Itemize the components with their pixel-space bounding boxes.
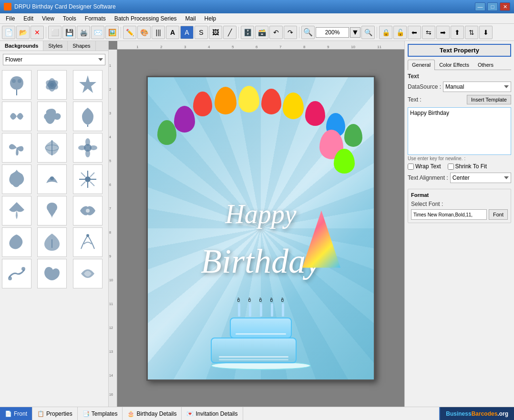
text-button[interactable]: A	[166, 26, 179, 39]
menu-view[interactable]: View	[38, 14, 58, 23]
db2-button[interactable]: 🗃️	[255, 26, 268, 39]
font-value-input[interactable]	[411, 209, 487, 220]
menu-help[interactable]: Help	[201, 14, 220, 23]
canvas-area: 1 2 3 4 5 6 7 8 9 10 11 1 2 3 4 5 6	[109, 41, 404, 407]
tab-others[interactable]: Others	[473, 60, 498, 70]
shape-item[interactable]	[2, 164, 31, 194]
close-button[interactable]: ✕	[500, 2, 510, 11]
property-tabs: General Color Effects Others	[408, 60, 511, 70]
tab-styles[interactable]: Styles	[43, 41, 68, 51]
shape-item[interactable]	[73, 102, 103, 131]
shape-item[interactable]	[73, 196, 103, 225]
image-button[interactable]: 🖼️	[105, 26, 119, 39]
shape-item[interactable]	[73, 70, 103, 100]
menu-mail[interactable]: Mail	[182, 14, 200, 23]
shape-item[interactable]	[73, 133, 103, 163]
alignment-dropdown[interactable]: Left Center Right Justify	[450, 173, 511, 183]
category-selector: Flower Animals Nature Abstract Borders	[3, 54, 105, 65]
tab-birthday-details[interactable]: 🎂 Birthday Details	[123, 407, 182, 420]
tab-shapes[interactable]: Shapes	[68, 41, 95, 51]
tab-birthday-details-label: Birthday Details	[136, 410, 176, 417]
tab-front-label: Front	[14, 410, 27, 417]
menu-edit[interactable]: Edit	[20, 14, 37, 23]
shape-item[interactable]	[2, 133, 31, 163]
flip-button[interactable]: ⇅	[465, 26, 478, 39]
main-layout: Backgrounds Styles Shapes Flower Animals…	[0, 41, 514, 407]
tab-general[interactable]: General	[408, 60, 435, 70]
svg-point-16	[8, 277, 12, 280]
tab-color-effects[interactable]: Color Effects	[435, 60, 473, 70]
minimize-button[interactable]: —	[475, 2, 485, 11]
zoom-out-button[interactable]: 🔍	[361, 26, 375, 39]
redo-button[interactable]: ↷	[284, 26, 297, 39]
shape-item[interactable]	[73, 259, 103, 288]
tab-properties[interactable]: 📋 Properties	[32, 407, 78, 420]
up-button[interactable]: ⬆	[451, 26, 464, 39]
category-dropdown[interactable]: Flower Animals Nature Abstract Borders	[3, 54, 105, 65]
shape-item[interactable]	[37, 133, 67, 163]
maximize-button[interactable]: □	[487, 2, 498, 11]
left-button[interactable]: ⬅	[408, 26, 421, 39]
shape-item[interactable]	[37, 227, 67, 257]
save-button[interactable]: 💾	[62, 26, 76, 39]
zoom-control: ▼	[316, 27, 360, 38]
pen-button[interactable]: ✏️	[123, 26, 136, 39]
menu-batch[interactable]: Batch Processing Series	[111, 14, 181, 23]
lock-button[interactable]: 🔒	[379, 26, 392, 39]
color-button[interactable]: 🎨	[137, 26, 151, 39]
menu-tools[interactable]: Tools	[59, 14, 80, 23]
font-button[interactable]: Font	[489, 209, 508, 220]
tab-backgrounds[interactable]: Backgrounds	[0, 41, 43, 51]
shape-item[interactable]	[2, 227, 31, 257]
zoom-dropdown-button[interactable]: ▼	[350, 27, 360, 38]
panel-tabs: Backgrounds Styles Shapes	[0, 41, 108, 51]
zoom-input[interactable]	[316, 27, 349, 38]
menu-file[interactable]: File	[2, 14, 19, 23]
print-button[interactable]: 🖨️	[77, 26, 90, 39]
text2-button[interactable]: A	[180, 26, 194, 39]
shape-item[interactable]	[37, 70, 67, 100]
svg-point-8	[85, 138, 90, 146]
insert-template-button[interactable]: Insert Template	[467, 95, 511, 104]
new-button[interactable]: 📄	[2, 26, 15, 39]
shape-item[interactable]	[2, 259, 31, 288]
curved-button[interactable]: S	[195, 26, 208, 39]
line-button[interactable]: ╱	[223, 26, 236, 39]
menu-formats[interactable]: Formats	[81, 14, 110, 23]
tab-templates[interactable]: 📑 Templates	[78, 407, 123, 420]
window-controls: — □ ✕	[475, 2, 510, 11]
page-button[interactable]: ⬜	[48, 26, 62, 39]
down-button[interactable]: ⬇	[479, 26, 493, 39]
text-content-area[interactable]: Happy Birthday	[408, 107, 511, 155]
shrink-to-label[interactable]: Shrink To Fit	[448, 163, 487, 170]
wrap-text-checkbox[interactable]	[408, 164, 414, 170]
svg-point-0	[12, 79, 16, 83]
undo-button[interactable]: ↶	[269, 26, 283, 39]
db-button[interactable]: 🗄️	[241, 26, 254, 39]
wrap-text-label[interactable]: Wrap Text	[408, 163, 441, 170]
shape-grid	[0, 68, 108, 407]
zoom-in-button[interactable]: 🔍	[301, 26, 315, 39]
barcode-button[interactable]: |||	[152, 26, 165, 39]
shape-item[interactable]	[37, 164, 67, 194]
shape-item[interactable]	[37, 196, 67, 225]
shape-item[interactable]	[37, 259, 67, 288]
mirror-button[interactable]: ⇆	[422, 26, 435, 39]
shape-item[interactable]	[73, 164, 103, 194]
shape-item[interactable]	[2, 102, 31, 131]
email-button[interactable]: ✉️	[91, 26, 104, 39]
datasource-dropdown[interactable]: Manual Excel Database	[443, 82, 511, 92]
shape-item[interactable]	[2, 70, 31, 100]
cake: 🕯 🕯 🕯 🕯 🕯	[211, 303, 311, 370]
lock2-button[interactable]: 🔓	[393, 26, 407, 39]
shape-item[interactable]	[37, 102, 67, 131]
shape-item[interactable]	[73, 227, 103, 257]
shape-item[interactable]	[2, 196, 31, 225]
close-doc-button[interactable]: ✕	[31, 26, 44, 39]
tab-invitation-details[interactable]: 💌 Invitation Details	[182, 407, 243, 420]
tab-front[interactable]: 📄 Front	[0, 407, 32, 420]
shrink-to-checkbox[interactable]	[448, 164, 454, 170]
img-insert-button[interactable]: 🖼	[209, 26, 222, 39]
open-button[interactable]: 📂	[16, 26, 30, 39]
right-button[interactable]: ➡	[436, 26, 450, 39]
